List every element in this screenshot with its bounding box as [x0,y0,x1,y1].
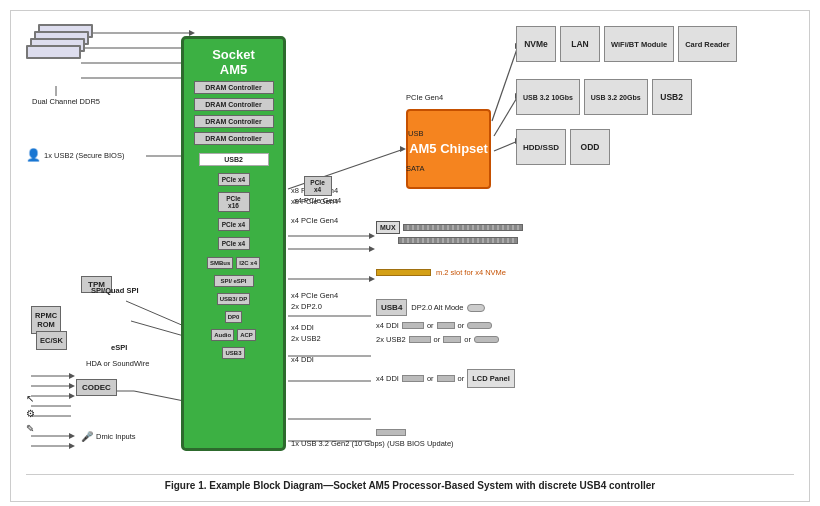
dram-label: Dual Channel DDR5 [26,97,106,106]
sata-label-chipset: SATA [406,164,424,173]
socket-audio: Audio [211,329,234,341]
svg-line-16 [494,96,518,136]
pcie-strip-1 [403,224,523,231]
usb-bios-connector [376,429,406,436]
usb32-20gbs: USB 3.2 20Gbs [584,79,648,115]
svg-marker-47 [69,443,75,449]
socket-i2c: I2C x4 [236,257,260,269]
cursor-icon: ↖ [26,393,35,404]
pcie-x4-box: PCIe x4 [304,176,332,196]
svg-line-20 [126,301,184,326]
hda-label-area: HDA or SoundWire [86,359,149,368]
dp-connector-2 [437,322,455,329]
socket-label: Socket AM5 [212,47,255,77]
codec-box: CODEC [76,379,117,396]
pcie-x4-outer-label: PCIe x4 x4 PCIe Gen4 [294,176,341,205]
usb-conn-2 [443,336,461,343]
pcie-gen4-text: PCIe Gen4 [406,93,443,102]
m2-area: m.2 slot for x4 NVMe [376,268,506,277]
usbc-connector-2 [467,322,492,329]
dram-ctrl-1: DRAM Controller [194,81,274,94]
socket-am5-box: Socket AM5 DRAM Controller DRAM Controll… [181,36,286,451]
spi-quad-label-text: SPI/Quad SPI [91,286,139,295]
hdd-ssd-box: HDD/SSD [516,129,566,165]
pcie-x4-gen4-label: x4 PCIe Gen4 [294,196,341,205]
usb32-10gbs: USB 3.2 10Gbs [516,79,580,115]
chipset-label: AM5 Chipset [409,141,488,158]
dram-area: Dual Channel DDR5 [26,24,126,106]
espi-text: eSPI [111,343,127,352]
or-label-2: or [458,321,465,330]
usbc-connector-1 [467,304,485,312]
lan-box: LAN [560,26,600,62]
socket-acp: ACP [237,329,256,341]
x2-usb2-conn-label: 2x USB2 [376,335,406,344]
usb-text: USB [408,129,423,138]
sata-text: SATA [406,164,424,173]
x4-ddi-label-conn: x4 DDI [376,374,399,383]
nvme-box: NVMe [516,26,556,62]
hdd-row: HDD/SSD ODD [516,129,610,165]
socket-dp0: DP0 [225,311,243,323]
pcie-strips-area: MUX [376,221,523,244]
or-label-3: or [434,335,441,344]
ec-area: EC/SK [36,331,67,350]
socket-usb2: USB2 [199,153,269,166]
diagram-container: Dual Channel DDR5 Socket AM5 DRAM Contro… [10,10,810,502]
dmic-label: Dmic Inputs [96,432,136,441]
mic-icon: 🎤 [81,431,93,442]
mux-box: MUX [376,221,400,234]
svg-marker-37 [69,373,75,379]
caption: Figure 1. Example Block Diagram—Socket A… [26,474,794,491]
espi-label-area: eSPI [111,343,127,352]
svg-marker-26 [369,233,375,239]
dp-connector-4 [437,375,455,382]
svg-marker-28 [369,246,375,252]
dp-connector-3 [402,375,424,382]
socket-spi: SPI/ eSPI [214,275,254,287]
dp20-alt-label: DP2.0 Alt Mode [411,303,463,312]
user-icon: 👤 [26,148,41,162]
socket-pcie-x4: PCIe x4 [218,173,250,186]
card-reader-box: Card Reader [678,26,737,62]
pencil-icon: ✎ [26,423,35,434]
ddi-lcd-area: x4 DDI or or LCD Panel [376,369,515,388]
dmic-area: 🎤 Dmic Inputs [81,431,136,442]
dram-ctrl-4: DRAM Controller [194,132,274,145]
usb2-right: USB2 [652,79,692,115]
socket-usb3dp: USB3/ DP [217,293,251,305]
wifi-bt-box: WiFi/BT Module [604,26,674,62]
svg-marker-39 [69,383,75,389]
dp-connector-1 [402,322,424,329]
top-gray-row: NVMe LAN WiFi/BT Module Card Reader [516,26,737,62]
svg-line-18 [494,141,518,151]
diagram-inner: Dual Channel DDR5 Socket AM5 DRAM Contro… [26,21,806,466]
x4-ddi-label-2: x4 DDI [291,355,411,364]
socket-pcie-x4b: PCIe x4 [218,218,250,231]
x4-ddi-conn-label: x4 DDI [376,321,399,330]
or-label-4: or [464,335,471,344]
svg-line-14 [492,46,518,121]
socket-pcie-x4c: PCIe x4 [218,237,250,250]
lcd-panel-box: LCD Panel [467,369,515,388]
svg-line-22 [134,391,184,401]
usb32-gen2-conn [376,429,406,436]
socket-pcie-x16: PCIe x16 [218,192,250,212]
settings-icon: ⚙ [26,408,35,419]
svg-marker-41 [69,393,75,399]
ec-box: EC/SK [36,331,67,350]
odd-box: ODD [570,129,610,165]
m2-slot [376,269,431,276]
pcie-gen4-label-top: PCIe Gen4 [406,93,443,102]
spi-quad-area: SPI/Quad SPI [91,286,139,295]
or-label-5: or [427,374,434,383]
codec-area: CODEC [76,379,117,396]
pcie-strip-2 [398,237,518,244]
dram-ctrl-3: DRAM Controller [194,115,274,128]
usb4-box: USB4 [376,299,407,316]
rpmc-area: RPMC ROM [31,306,61,334]
socket-smbus: SMBus [207,257,233,269]
usb-conn-1 [409,336,431,343]
hda-text: HDA or SoundWire [86,359,149,368]
usb4-area: USB4 DP2.0 Alt Mode x4 DDI or or 2x USB2 [376,299,499,344]
